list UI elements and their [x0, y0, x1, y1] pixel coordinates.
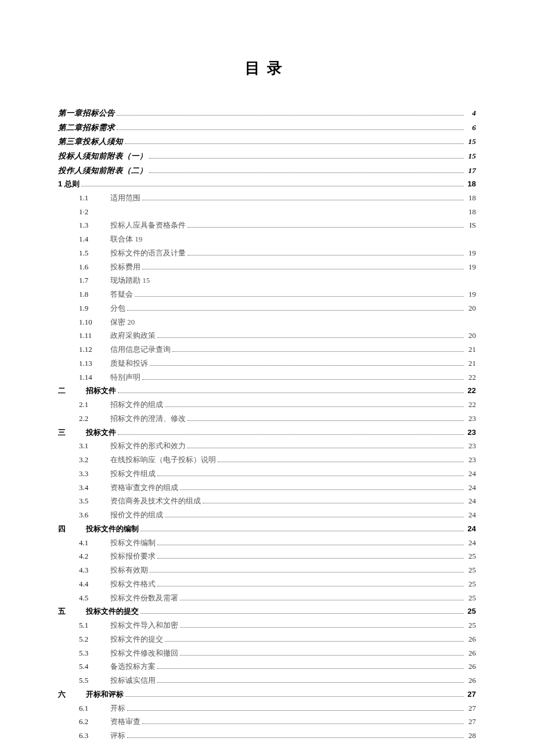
toc-entry: 投作人须知前附表（二）17: [58, 164, 476, 178]
toc-dots: [142, 375, 464, 380]
toc-entry-label: 第三章投标人须知: [58, 135, 123, 149]
toc-entry-number: 1.10: [79, 316, 110, 329]
toc-entry-number: 三: [58, 426, 86, 440]
toc-entry: 2.2招标文件的澄清、修改23: [58, 412, 476, 426]
toc-entry-page: 26: [466, 674, 476, 687]
toc-entry-label: 投标文件的提交: [86, 605, 139, 618]
toc-entry-number: 4.4: [79, 578, 110, 591]
toc-entry-label: 投标文件: [86, 426, 116, 440]
toc-dots: [149, 154, 464, 159]
toc-entry-label: 投标文件编制: [110, 537, 156, 550]
toc-entry-number: 6.3: [79, 729, 110, 743]
toc-entry-number: 5.3: [79, 647, 110, 660]
toc-entry-label: 资信商务及技术文件的组成: [110, 495, 201, 508]
toc-entry: 3.6报价文件的组成24: [58, 509, 476, 522]
toc-entry-number: 1.8: [79, 288, 110, 301]
toc-entry: 1.10保密 20: [58, 316, 476, 329]
toc-entry-number: 6.1: [79, 702, 110, 715]
toc-dots: [150, 568, 464, 573]
toc-dots: [127, 706, 464, 711]
toc-dots: [187, 251, 464, 255]
toc-entry-number: 1.11: [79, 329, 110, 343]
toc-entry-number: 4.5: [79, 592, 110, 605]
toc-entry-page: 20: [466, 329, 476, 343]
toc-entry-label: 现场踏勘 15: [110, 274, 150, 287]
toc-entry: 3.2在线投标响应（电子投标）说明23: [58, 453, 476, 467]
toc-dots: [140, 610, 464, 614]
toc-entry: 3.1投标文件的形式和效力23: [58, 440, 476, 453]
toc-entry-page: 23: [466, 426, 476, 440]
toc-dots: [117, 111, 464, 116]
toc-entry-label: 投标文件修改和撤回: [110, 647, 178, 660]
toc-entry: 1.6投标费用19: [58, 261, 476, 274]
toc-entry: 5.3投标文件修改和撤回26: [58, 647, 476, 660]
toc-entry-number: 6.2: [79, 715, 110, 729]
toc-entry-number: 1.9: [79, 302, 110, 315]
toc-dots: [135, 292, 464, 297]
toc-dots: [187, 444, 464, 449]
toc-entry: 4.4投标文件格式25: [58, 578, 476, 591]
toc-entry-label: 开标: [110, 702, 125, 715]
toc-entry-number: 六: [58, 688, 86, 701]
toc-dots: [165, 402, 464, 407]
toc-entry: 5.5投标诚实信用26: [58, 674, 476, 687]
toc-entry: 投标人须知前附表（一）15: [58, 149, 476, 163]
toc-entry-number: 1.5: [79, 247, 110, 260]
toc-entry-number: 4.3: [79, 564, 110, 577]
toc-dots: [127, 733, 464, 738]
toc-entry-number: 1.3: [79, 219, 110, 232]
toc-entry-number: 5.4: [79, 660, 110, 674]
toc-dots: [157, 471, 464, 476]
toc-entry-label: 投标费用: [110, 261, 140, 274]
toc-entry-number: 3.1: [79, 440, 110, 453]
toc-entry-label: 第二章招标需求: [58, 121, 115, 135]
toc-entry-label: 联合体 19: [110, 233, 142, 246]
toc-entry-number: 1.14: [79, 371, 110, 384]
toc-entry: 5.4备选投标方案26: [58, 660, 476, 674]
toc-entry-label: 分包: [110, 302, 125, 315]
toc-dots: [149, 168, 464, 172]
toc-entry-number: 3.6: [79, 509, 110, 522]
toc-entry-page: 19: [466, 288, 476, 301]
toc-dots: [125, 139, 464, 144]
toc-entry-page: 19: [466, 247, 476, 260]
toc-entry-page: 24: [466, 509, 476, 522]
toc-entry: 1·218: [58, 206, 476, 219]
toc-entry: 5.1投标文件导入和加密25: [58, 619, 476, 632]
toc-entry: 1.9分包20: [58, 302, 476, 315]
toc-dots: [142, 720, 464, 725]
toc-entry-number: 1.12: [79, 343, 110, 357]
toc-entry-page: 27: [466, 688, 476, 701]
toc-entry-label: 质疑和投诉: [110, 357, 148, 370]
toc-entry-label: 投标文件份数及需署: [110, 592, 178, 605]
toc-entry-label: 招标文件的组成: [110, 398, 163, 412]
toc-entry-number: 1·2: [79, 206, 110, 219]
toc-entry-label: 投标文件的语言及计量: [110, 247, 186, 260]
toc-entry-page: 25: [466, 564, 476, 577]
toc: 第一章招标公告4第二章招标需求6第三章投标人须知15投标人须知前附表（一）15投…: [58, 106, 476, 743]
toc-entry-number: 1.13: [79, 357, 110, 370]
toc-entry-page: 24: [466, 467, 476, 481]
toc-entry-number: 4.1: [79, 537, 110, 550]
toc-entry-number: 二: [58, 384, 86, 398]
toc-dots: [142, 265, 464, 269]
toc-entry: 4.2投标报价要求25: [58, 550, 476, 563]
toc-entry-page: 23: [466, 453, 476, 467]
toc-entry-page: 28: [466, 729, 476, 743]
toc-entry-page: 18: [466, 192, 476, 205]
toc-entry: 4.3投标有效期25: [58, 564, 476, 577]
toc-entry-label: 投标文件导入和加密: [110, 619, 178, 632]
toc-entry-number: 5.1: [79, 619, 110, 632]
toc-entry: 第一章招标公告4: [58, 106, 476, 120]
toc-entry-number: 4.2: [79, 550, 110, 563]
toc-entry-number: 3.5: [79, 495, 110, 508]
toc-dots: [81, 182, 464, 186]
toc-entry-number: 5.5: [79, 674, 110, 687]
toc-entry-page: 26: [466, 633, 476, 646]
toc-entry-number: 3.2: [79, 453, 110, 467]
toc-entry-page: 18: [466, 178, 476, 191]
toc-entry-label: 适用范围: [110, 192, 140, 205]
toc-entry-page: 17: [466, 164, 476, 178]
toc-dots: [127, 306, 464, 311]
toc-entry-label: 投标文件格式: [110, 578, 156, 591]
